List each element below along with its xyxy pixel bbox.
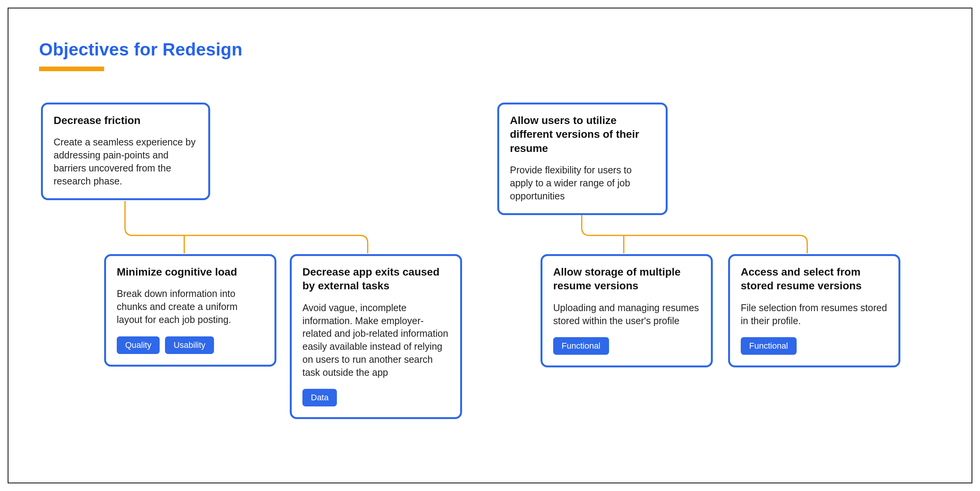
objective-box-resume-versions: Allow users to utilize different version… — [497, 103, 668, 215]
objective-box-decrease-app-exits: Decrease app exits caused by external ta… — [290, 254, 462, 419]
tag-functional: Functional — [553, 337, 609, 355]
box-body: Break down information into chunks and c… — [117, 287, 264, 326]
box-body: Avoid vague, incomplete information. Mak… — [302, 302, 449, 379]
connector-lines — [8, 8, 972, 483]
objective-box-minimize-cognitive-load: Minimize cognitive load Break down infor… — [104, 254, 276, 367]
box-title: Minimize cognitive load — [117, 265, 264, 279]
box-body: Uploading and managing resumes stored wi… — [553, 302, 700, 328]
tag-row: Quality Usability — [117, 336, 264, 354]
page-heading: Objectives for Redesign — [39, 39, 242, 71]
box-title: Decrease app exits caused by external ta… — [302, 265, 449, 293]
box-body: File selection from resumes stored in th… — [741, 302, 888, 328]
tag-functional: Functional — [741, 337, 797, 355]
box-body: Provide flexibility for users to apply t… — [510, 164, 655, 202]
canvas: Objectives for Redesign Decrease frictio… — [0, 0, 980, 491]
page-title: Objectives for Redesign — [39, 39, 242, 60]
tag-row: Functional — [741, 337, 888, 355]
tag-row: Functional — [553, 337, 700, 355]
box-title: Allow storage of multiple resume version… — [553, 265, 700, 293]
objective-box-storage-resume-versions: Allow storage of multiple resume version… — [541, 254, 713, 367]
box-title: Allow users to utilize different version… — [510, 114, 655, 155]
box-body: Create a seamless experience by addressi… — [54, 136, 198, 188]
tag-data: Data — [302, 389, 337, 406]
tag-row: Data — [302, 389, 449, 406]
heading-underline — [39, 67, 104, 71]
box-title: Access and select from stored resume ver… — [741, 265, 888, 293]
tag-quality: Quality — [117, 336, 160, 354]
objective-box-decrease-friction: Decrease friction Create a seamless expe… — [41, 103, 210, 200]
box-title: Decrease friction — [54, 114, 198, 127]
tag-usability: Usability — [165, 336, 214, 354]
objective-box-access-resume-versions: Access and select from stored resume ver… — [728, 254, 900, 367]
diagram-frame: Objectives for Redesign Decrease frictio… — [8, 8, 972, 483]
